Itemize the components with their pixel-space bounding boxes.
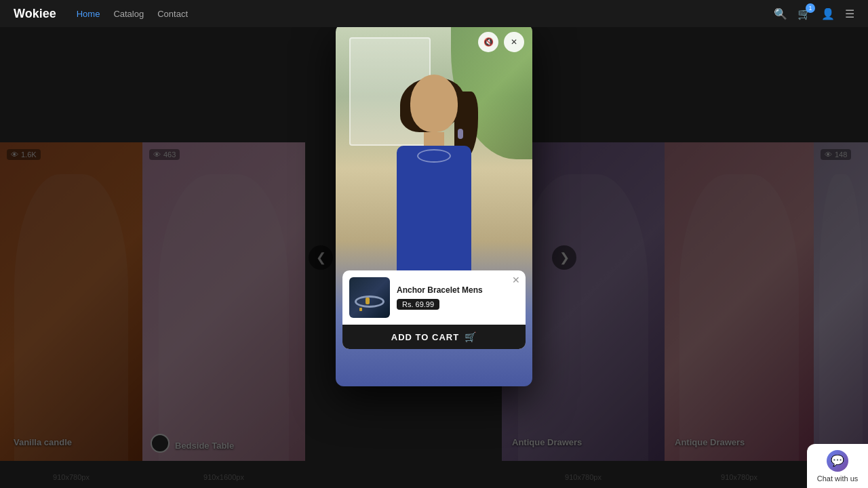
product-info: Anchor Bracelet Mens Rs. 69.99 ✕ — [342, 270, 526, 325]
menu-icon[interactable]: ☰ — [845, 7, 854, 20]
woman-figure — [373, 75, 495, 291]
header: Wokiee Home Catalog Contact 🔍 🛒 1 👤 ☰ — [0, 0, 868, 27]
main-nav: Home Catalog Contact — [77, 9, 188, 19]
woman-neck — [424, 132, 444, 146]
main-area: 👁 1.6K Vanilla candle 👁 463 Bedside Tabl… — [0, 27, 868, 488]
chat-label: Chat with us — [817, 474, 859, 483]
product-close-btn[interactable]: ✕ — [512, 274, 520, 285]
product-name: Anchor Bracelet Mens — [397, 285, 519, 296]
woman-hair — [400, 78, 465, 132]
modal-overlay: 🔇 ✕ Anchor Bracelet Mens Rs. 69.99 — [0, 27, 868, 488]
header-icons: 🔍 🛒 1 👤 ☰ — [774, 7, 854, 20]
nav-contact[interactable]: Contact — [157, 9, 188, 19]
cart-icon[interactable]: 🛒 1 — [797, 7, 811, 20]
video-modal: 🔇 ✕ Anchor Bracelet Mens Rs. 69.99 — [336, 27, 532, 386]
nav-catalog[interactable]: Catalog — [113, 9, 144, 19]
cart-badge: 1 — [806, 3, 815, 13]
mute-button[interactable]: 🔇 — [478, 32, 498, 52]
logo: Wokiee — [14, 7, 56, 21]
product-image — [349, 277, 390, 318]
close-button[interactable]: ✕ — [504, 32, 524, 52]
woman-head — [410, 75, 458, 132]
chat-icon: 💬 — [827, 450, 848, 472]
modal-controls: 🔇 ✕ — [478, 32, 524, 52]
product-card: Anchor Bracelet Mens Rs. 69.99 ✕ ADD TO … — [342, 270, 526, 349]
woman-body — [397, 146, 471, 281]
cart-icon-button: 🛒 — [465, 331, 477, 342]
chat-button[interactable]: 💬 Chat with us — [807, 444, 868, 488]
product-details: Anchor Bracelet Mens Rs. 69.99 — [397, 285, 519, 310]
add-to-cart-button[interactable]: ADD TO CART 🛒 — [342, 325, 526, 349]
nav-home[interactable]: Home — [77, 9, 100, 19]
product-price: Rs. 69.99 — [397, 299, 439, 310]
add-to-cart-label: ADD TO CART — [391, 332, 459, 342]
earring-right — [458, 129, 463, 139]
search-icon[interactable]: 🔍 — [774, 7, 787, 20]
user-icon[interactable]: 👤 — [821, 7, 835, 20]
